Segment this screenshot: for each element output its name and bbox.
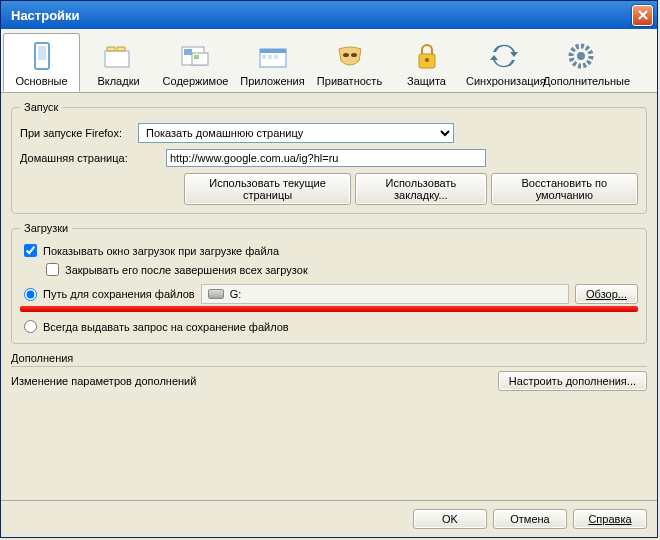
show-download-window-checkbox[interactable] xyxy=(24,244,37,257)
startup-group: Запуск При запуске Firefox: Показать дом… xyxy=(11,101,647,214)
use-bookmark-button[interactable]: Использовать закладку... xyxy=(355,173,486,205)
tabs-icon xyxy=(81,40,156,72)
tab-label: Содержимое xyxy=(158,75,233,87)
lock-icon xyxy=(389,40,464,72)
tab-label: Приложения xyxy=(235,75,310,87)
tab-label: Защита xyxy=(389,75,464,87)
gear-icon xyxy=(543,40,618,72)
close-after-label: Закрывать его после завершения всех загр… xyxy=(65,264,308,276)
applications-icon xyxy=(235,40,310,72)
download-drive: G: xyxy=(230,288,242,300)
tab-label: Дополнительные xyxy=(543,75,618,87)
when-start-label: При запуске Firefox: xyxy=(20,127,132,139)
downloads-legend: Загрузки xyxy=(20,222,72,234)
addons-desc: Изменение параметров дополнений xyxy=(11,375,196,387)
tab-applications[interactable]: Приложения xyxy=(234,33,311,92)
when-start-select[interactable]: Показать домашнюю страницу xyxy=(138,123,454,143)
general-icon xyxy=(4,40,79,72)
svg-point-14 xyxy=(425,58,429,62)
downloads-group: Загрузки Показывать окно загрузок при за… xyxy=(11,222,647,344)
homepage-label: Домашняя страница: xyxy=(20,152,160,164)
tab-content[interactable]: Содержимое xyxy=(157,33,234,92)
tab-label: Вкладки xyxy=(81,75,156,87)
tab-security[interactable]: Защита xyxy=(388,33,465,92)
disk-icon xyxy=(208,289,224,299)
show-download-window-label: Показывать окно загрузок при загрузке фа… xyxy=(43,245,279,257)
tab-advanced[interactable]: Дополнительные xyxy=(542,33,619,92)
startup-legend: Запуск xyxy=(20,101,62,113)
svg-point-12 xyxy=(351,53,357,57)
tab-privacy[interactable]: Приватность xyxy=(311,33,388,92)
download-path-display: G: xyxy=(201,284,569,304)
tab-tabs[interactable]: Вкладки xyxy=(80,33,157,92)
close-after-checkbox[interactable] xyxy=(46,263,59,276)
tab-general[interactable]: Основные xyxy=(3,33,80,92)
sync-icon xyxy=(466,40,541,72)
close-icon xyxy=(638,10,648,20)
homepage-input[interactable] xyxy=(166,149,486,167)
divider xyxy=(11,366,647,367)
use-current-button[interactable]: Использовать текущие страницы xyxy=(184,173,351,205)
close-button[interactable] xyxy=(632,5,653,26)
svg-rect-1 xyxy=(38,46,46,60)
save-to-path-radio[interactable] xyxy=(24,288,37,301)
save-to-path-label: Путь для сохранения файлов xyxy=(43,288,195,300)
tab-label: Приватность xyxy=(312,75,387,87)
always-ask-radio[interactable] xyxy=(24,320,37,333)
tab-label: Синхронизация xyxy=(466,75,541,87)
cancel-button[interactable]: Отмена xyxy=(493,509,567,529)
titlebar: Настройки xyxy=(1,1,657,29)
help-button[interactable]: Справка xyxy=(573,509,647,529)
ok-button[interactable]: OK xyxy=(413,509,487,529)
svg-point-11 xyxy=(343,53,349,57)
svg-rect-9 xyxy=(268,55,272,59)
restore-default-button[interactable]: Восстановить по умолчанию xyxy=(491,173,638,205)
tab-sync[interactable]: Синхронизация xyxy=(465,33,542,92)
highlight-marker xyxy=(20,306,638,312)
mask-icon xyxy=(312,40,387,72)
svg-rect-10 xyxy=(274,55,278,59)
footer: OK Отмена Справка xyxy=(1,500,657,537)
content-icon xyxy=(158,40,233,72)
svg-rect-3 xyxy=(184,49,192,55)
browse-button[interactable]: Обзор... xyxy=(575,284,638,304)
svg-rect-5 xyxy=(194,55,199,59)
addons-legend: Дополнения xyxy=(11,352,647,364)
window-title: Настройки xyxy=(5,8,632,23)
configure-addons-button[interactable]: Настроить дополнения... xyxy=(498,371,647,391)
svg-rect-8 xyxy=(262,55,266,59)
tab-label: Основные xyxy=(4,75,79,87)
svg-rect-7 xyxy=(260,49,286,53)
toolbar: Основные Вкладки Содержимое Приложения П… xyxy=(1,29,657,93)
svg-point-16 xyxy=(577,52,585,60)
always-ask-label: Всегда выдавать запрос на сохранение фай… xyxy=(43,321,289,333)
